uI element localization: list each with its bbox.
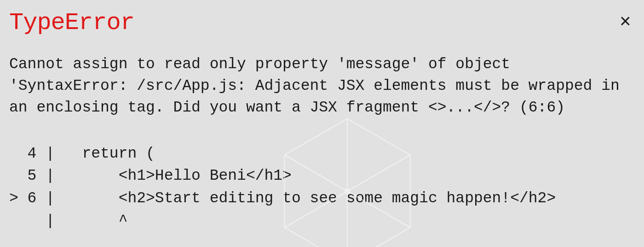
error-header: TypeError ×	[9, 9, 635, 36]
error-title: TypeError	[9, 9, 134, 36]
code-frame: 4 | return ( 5 | <h1>Hello Beni</h1> > 6…	[9, 143, 635, 233]
close-icon[interactable]: ×	[620, 13, 631, 32]
error-description: Cannot assign to read only property 'mes…	[9, 54, 635, 119]
error-overlay: TypeError × Cannot assign to read only p…	[0, 0, 644, 242]
